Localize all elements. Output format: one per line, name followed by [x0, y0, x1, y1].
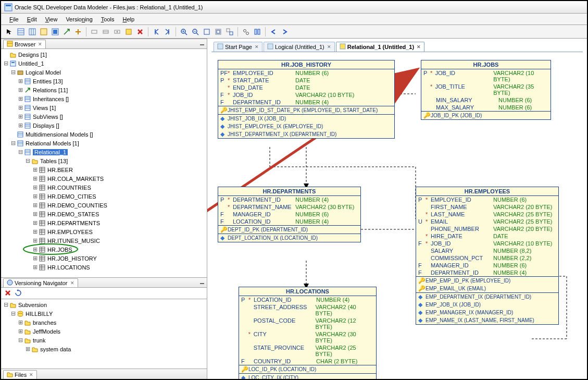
menu-edit[interactable]: Edit — [24, 15, 40, 23]
tree-logical[interactable]: ⊟ Logical Model — [2, 68, 206, 77]
tool-zoom-out[interactable] — [190, 27, 201, 37]
close-icon[interactable]: ✕ — [38, 42, 42, 47]
entity-HR-JOB_HISTORY[interactable]: HR.JOB_HISTORY PF* EMPLOYEE_IDNUMBER (6)… — [218, 60, 395, 139]
tree-toggle[interactable]: ⊞ — [17, 87, 24, 93]
tree-toggle[interactable]: ⊟ — [24, 157, 31, 164]
tree-table-HR-ITUNES_MUSIC[interactable]: ⊞ HR.ITUNES_MUSIC — [2, 236, 206, 245]
tree-toggle[interactable]: ⊞ — [31, 264, 39, 271]
entity-HR-JOBS[interactable]: HR.JOBS P* JOB_IDVARCHAR2 (10 BYTE) * JO… — [421, 60, 551, 120]
tool-find[interactable] — [241, 27, 251, 37]
tree-toggle[interactable]: ⊟ — [9, 310, 17, 317]
vtree-folder[interactable]: ⊞ JeffModels — [2, 327, 206, 336]
tree-toggle[interactable]: ⊞ — [17, 78, 24, 84]
tree-logical-child[interactable]: ⊞ Displays [] — [2, 121, 206, 130]
menu-help[interactable]: Help — [119, 15, 137, 23]
tree-toggle[interactable]: ⊟ — [9, 69, 17, 76]
tree-table-HR-DEPARTMENTS[interactable]: ⊞ HR.DEPARTMENTS — [2, 218, 206, 227]
menu-file[interactable]: File — [6, 15, 22, 23]
tree-table-HR-DEMO_COUNTIES[interactable]: ⊞ HR.DEMO_COUNTIES — [2, 201, 206, 210]
tool-next[interactable] — [280, 27, 290, 37]
tree-multi[interactable]: Multidimensional Models [] — [2, 130, 206, 139]
tool-pointer[interactable] — [4, 27, 15, 37]
vtree-root[interactable]: ⊟ Subversion — [2, 300, 206, 309]
tree-toggle[interactable]: ⊞ — [31, 184, 39, 191]
tree-toggle[interactable]: ⊞ — [17, 95, 24, 102]
tree-toggle[interactable]: ⊞ — [31, 228, 39, 235]
tree-table-HR-JOBS[interactable]: ⊞ HR.JOBS — [2, 245, 206, 254]
tree-toggle[interactable]: ⊞ — [31, 255, 39, 262]
close-icon[interactable]: ✕ — [70, 280, 74, 286]
tree-toggle[interactable]: ⊞ — [31, 193, 39, 200]
entity-HR-DEPARTMENTS[interactable]: HR.DEPARTMENTS P* DEPARTMENT_IDNUMBER (4… — [218, 187, 361, 242]
tool-expand[interactable] — [73, 27, 83, 37]
tree-logical-child[interactable]: ⊞ Views [1] — [2, 103, 206, 112]
versioning-tab[interactable]: Versioning Navigator ✕ — [3, 278, 78, 287]
tool-grid4[interactable] — [50, 27, 60, 37]
tree-toggle[interactable]: ⊟ — [2, 301, 9, 308]
tree-logical-child[interactable]: ⊞ Relations [11] — [2, 85, 206, 94]
refresh-icon[interactable] — [15, 289, 22, 298]
tree-table-HR-JOB_HISTORY[interactable]: ⊞ HR.JOB_HISTORY — [2, 254, 206, 263]
tree-toggle[interactable]: ⊞ — [17, 122, 24, 129]
close-icon[interactable]: ✕ — [29, 372, 33, 377]
browser-tab[interactable]: Browser ✕ — [3, 40, 46, 48]
tree-table-HR-LOCATIONS[interactable]: ⊞ HR.LOCATIONS — [2, 263, 206, 272]
tree-table-HR-EMPLOYEES[interactable]: ⊞ HR.EMPLOYEES — [2, 227, 206, 236]
tool-grid1[interactable] — [16, 27, 26, 37]
tool-note[interactable] — [123, 27, 134, 37]
tree-toggle[interactable]: ⊟ — [2, 60, 9, 67]
tool-delete[interactable] — [135, 27, 145, 37]
tree-logical-child[interactable]: ⊞ Entities [13] — [2, 77, 206, 85]
menu-tools[interactable]: Tools — [98, 15, 118, 23]
tool-last[interactable] — [162, 27, 173, 37]
tree-toggle[interactable]: ⊞ — [31, 202, 39, 209]
tree-table-HR-COLA_MARKETS[interactable]: ⊞ HR.COLA_MARKETS — [2, 174, 206, 183]
tool-fit3[interactable] — [224, 27, 235, 37]
tool-grid3[interactable] — [39, 27, 49, 37]
tree-logical-child[interactable]: ⊞ Inheritances [] — [2, 94, 206, 103]
tree-table-HR-DEMO_CITIES[interactable]: ⊞ HR.DEMO_CITIES — [2, 192, 206, 201]
tree-tables[interactable]: ⊟ Tables [13] — [2, 156, 206, 165]
tool-fit2[interactable] — [213, 27, 223, 37]
tree-table-HR-BEER[interactable]: ⊞ HR.BEER — [2, 165, 206, 174]
close-icon[interactable]: ✕ — [417, 44, 421, 50]
tool-first[interactable] — [151, 27, 161, 37]
vtree-repo[interactable]: ⊟ HILLBILLY — [2, 309, 206, 318]
tool-grid2[interactable] — [27, 27, 37, 37]
tool-prev[interactable] — [268, 27, 279, 37]
tree-toggle[interactable]: ⊞ — [31, 246, 39, 253]
vtree-folder[interactable]: ⊟ trunk — [2, 336, 206, 345]
tree-toggle[interactable]: ⊞ — [24, 346, 31, 352]
editor-tab[interactable]: Start Page ✕ — [214, 42, 262, 52]
vtree-folder[interactable]: ⊞ branches — [2, 318, 206, 327]
tree-table-HR-DEMO_STATES[interactable]: ⊞ HR.DEMO_STATES — [2, 210, 206, 218]
close-icon[interactable]: ✕ — [255, 44, 259, 50]
browser-tree[interactable]: Designs [1] ⊟ Untitled_1 ⊟ Logical Model… — [1, 49, 207, 277]
diagram-canvas[interactable]: HR.JOB_HISTORY PF* EMPLOYEE_IDNUMBER (6)… — [207, 52, 587, 379]
tree-toggle[interactable]: ⊞ — [17, 113, 24, 120]
entity-HR-LOCATIONS[interactable]: HR.LOCATIONS P* LOCATION_IDNUMBER (4) ST… — [239, 287, 377, 379]
tree-toggle[interactable]: ⊟ — [9, 140, 17, 146]
editor-tab[interactable]: Relational_1 (Untitled_1) ✕ — [336, 42, 424, 52]
tree-toggle[interactable]: ⊞ — [31, 166, 39, 173]
vtree-sub[interactable]: ⊞ system data — [2, 345, 206, 353]
tree-toggle[interactable]: ⊟ — [17, 337, 24, 344]
versioning-tree[interactable]: ⊟ Subversion ⊟ HILLBILLY ⊞ branches ⊞ Je… — [1, 299, 207, 369]
tree-toggle[interactable]: ⊟ — [17, 149, 24, 155]
entity-HR-EMPLOYEES[interactable]: HR.EMPLOYEES P* EMPLOYEE_IDNUMBER (6) FI… — [416, 187, 559, 325]
editor-tab[interactable]: Logical (Untitled_1) ✕ — [264, 42, 335, 52]
tree-toggle[interactable]: ⊞ — [17, 319, 24, 326]
tree-toggle[interactable]: ⊞ — [31, 219, 39, 226]
tree-relmodels[interactable]: ⊟ Relational Models [1] — [2, 139, 206, 148]
tool-zoom-in[interactable] — [179, 27, 189, 37]
tool-rect1[interactable] — [89, 27, 99, 37]
menu-view[interactable]: View — [42, 15, 61, 23]
tree-relational1[interactable]: ⊟ Relational_1 — [2, 148, 206, 156]
tree-designs[interactable]: Designs [1] — [2, 50, 206, 59]
minimize-icon[interactable] — [199, 279, 205, 286]
tree-toggle[interactable]: ⊞ — [31, 237, 39, 244]
tree-table-HR-COUNTRIES[interactable]: ⊞ HR.COUNTRIES — [2, 183, 206, 192]
tree-logical-child[interactable]: ⊞ SubViews [] — [2, 112, 206, 121]
tree-toggle[interactable]: ⊞ — [31, 175, 39, 182]
tree-toggle[interactable]: ⊞ — [31, 211, 39, 217]
